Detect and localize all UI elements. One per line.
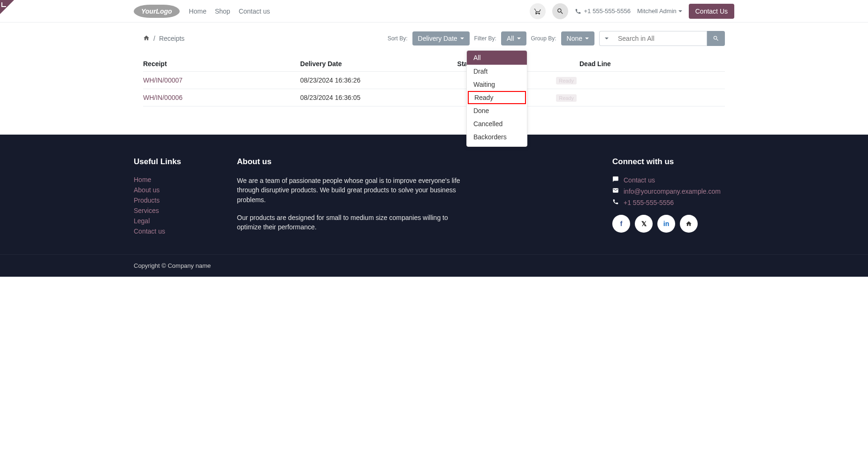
col-receipt: Receipt <box>143 56 300 72</box>
chevron-down-icon <box>460 38 464 39</box>
search-icon <box>556 8 564 15</box>
filter-option-all[interactable]: All <box>467 51 527 65</box>
footer-contact-link[interactable]: Contact us <box>624 176 655 184</box>
search-button[interactable] <box>707 31 725 46</box>
site-header: YourLogo Home Shop Contact us +1 555-555… <box>0 0 868 23</box>
col-deadline: Dead Line <box>579 56 725 72</box>
user-name: Mitchell Admin <box>637 8 677 15</box>
filter-option-draft[interactable]: Draft <box>467 65 527 78</box>
filter-option-waiting[interactable]: Waiting <box>467 78 527 91</box>
site-logo[interactable]: YourLogo <box>134 5 180 18</box>
cart-icon <box>534 8 541 15</box>
sort-by-dropdown[interactable]: Delivery Date <box>412 31 470 45</box>
footer-link-home[interactable]: Home <box>134 176 151 183</box>
phone-icon <box>575 8 581 15</box>
breadcrumb: / Receipts <box>143 35 184 43</box>
cell-delivery-date: 08/23/2024 16:36:26 <box>300 72 457 89</box>
search-scope-dropdown[interactable] <box>599 31 613 46</box>
contact-us-button[interactable]: Contact Us <box>689 4 734 19</box>
connect-title: Connect with us <box>612 157 734 166</box>
footer-link-services[interactable]: Services <box>134 207 159 214</box>
page-toolbar: / Receipts Sort By: Delivery Date Filter… <box>143 31 725 46</box>
chevron-down-icon <box>517 38 521 39</box>
footer-link-about us[interactable]: About us <box>134 186 160 194</box>
footer-email-link[interactable]: info@yourcompany.example.com <box>624 188 721 195</box>
nav-contact[interactable]: Contact us <box>239 8 270 15</box>
footer-link-products[interactable]: Products <box>134 197 160 204</box>
social-linkedin[interactable]: in <box>657 215 675 233</box>
header-phone-text: +1 555-555-5556 <box>584 8 631 15</box>
col-delivery-date: Delivery Date <box>300 56 457 72</box>
breadcrumb-sep: / <box>153 35 155 42</box>
phone-icon <box>612 198 619 206</box>
state-badge: Ready <box>556 94 577 102</box>
filter-dropdown-menu: AllDraftWaitingReadyDoneCancelledBackord… <box>466 50 527 147</box>
chat-icon <box>612 176 619 184</box>
social-facebook[interactable]: f <box>612 215 630 233</box>
receipts-table: Receipt Delivery Date State Dead Line WH… <box>143 56 725 106</box>
footer-link-legal[interactable]: Legal <box>134 217 150 225</box>
chevron-down-icon <box>585 38 589 39</box>
search-group <box>599 31 725 46</box>
main-nav: Home Shop Contact us <box>189 8 270 15</box>
search-icon <box>713 35 719 42</box>
useful-links-title: Useful Links <box>134 157 209 166</box>
group-by-dropdown[interactable]: None <box>561 31 594 45</box>
about-us-p1: We are a team of passionate people whose… <box>237 176 462 204</box>
user-menu[interactable]: Mitchell Admin <box>637 8 682 15</box>
group-by-value: None <box>567 35 582 42</box>
sort-by-value: Delivery Date <box>418 35 457 42</box>
breadcrumb-home[interactable] <box>143 35 150 43</box>
header-search-button[interactable] <box>552 3 568 19</box>
header-phone: +1 555-555-5556 <box>575 8 631 15</box>
copyright-text: Copyright © Company name <box>134 262 734 269</box>
home-icon <box>685 220 692 227</box>
footer-phone-link[interactable]: +1 555-555-5556 <box>624 199 674 206</box>
receipt-link[interactable]: WH/IN/00006 <box>143 94 183 101</box>
social-home[interactable] <box>680 215 698 233</box>
filter-option-ready[interactable]: Ready <box>468 91 526 104</box>
breadcrumb-current: Receipts <box>159 35 184 42</box>
receipt-link[interactable]: WH/IN/00007 <box>143 76 183 84</box>
site-footer: Useful Links HomeAbout usProductsService… <box>0 135 868 254</box>
filter-option-backorders[interactable]: Backorders <box>467 130 527 144</box>
filter-option-cancelled[interactable]: Cancelled <box>467 117 527 130</box>
about-us-title: About us <box>237 157 462 166</box>
filter-by-dropdown[interactable]: All <box>501 31 526 45</box>
filter-option-done[interactable]: Done <box>467 104 527 117</box>
about-us-p2: Our products are designed for small to m… <box>237 213 462 232</box>
group-by-label: Group By: <box>531 35 556 42</box>
sort-by-label: Sort By: <box>388 35 408 42</box>
cell-delivery-date: 08/23/2024 16:36:05 <box>300 89 457 106</box>
nav-home[interactable]: Home <box>189 8 206 15</box>
chevron-down-icon <box>605 38 609 39</box>
cart-button[interactable] <box>530 3 546 19</box>
search-input[interactable] <box>613 31 707 46</box>
state-badge: Ready <box>556 77 577 84</box>
chevron-down-icon <box>678 10 682 12</box>
filter-by-label: Filter By: <box>474 35 496 42</box>
cell-deadline <box>579 72 725 89</box>
copyright-bar: Copyright © Company name <box>0 254 868 277</box>
filter-by-value: All <box>507 35 514 42</box>
odoo-corner-badge[interactable] <box>0 0 14 14</box>
envelope-icon <box>612 187 619 195</box>
cell-deadline <box>579 89 725 106</box>
nav-shop[interactable]: Shop <box>215 8 230 15</box>
table-row: WH/IN/0000708/23/2024 16:36:26Ready <box>143 72 725 89</box>
social-twitter[interactable]: 𝕏 <box>635 215 653 233</box>
home-icon <box>143 35 150 41</box>
footer-link-contact us[interactable]: Contact us <box>134 227 165 235</box>
table-row: WH/IN/0000608/23/2024 16:36:05Ready <box>143 89 725 106</box>
